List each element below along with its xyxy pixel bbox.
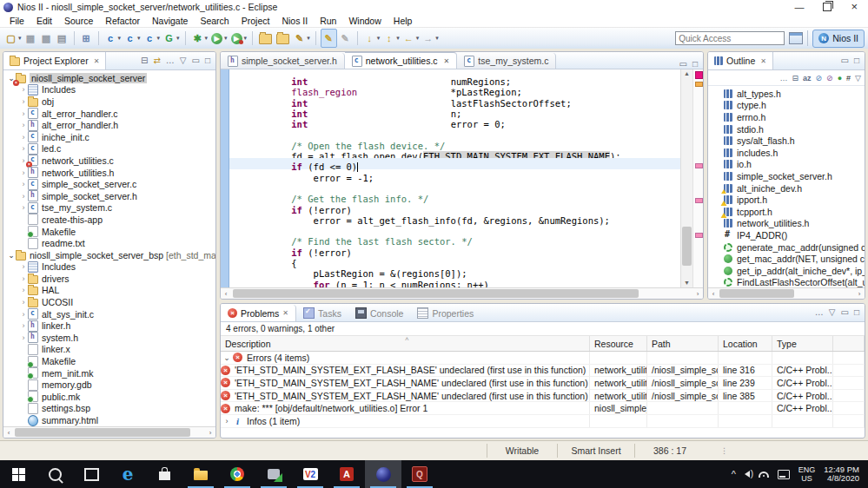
expanded-chevron-icon[interactable]: ⌄ (221, 353, 233, 362)
toolbar-print-button[interactable]: ▤ (55, 30, 70, 47)
code-line-current[interactable]: if (fd <= 0) (229, 158, 680, 168)
minimize-view-icon[interactable]: ▭ (841, 308, 849, 317)
tree-item-hal[interactable]: ›HAL (3, 285, 215, 297)
menu-item-edit[interactable]: Edit (30, 15, 58, 27)
outline-item-findlastflashsectoroffset-alt-u[interactable]: FindLastFlashSectorOffset(alt_u (708, 277, 865, 288)
toolbar-forward-button[interactable]: →▾ (421, 30, 440, 47)
taskbar-search-button[interactable] (36, 460, 73, 488)
toolbar-open-folder-1-button[interactable] (257, 30, 274, 47)
error-overview-marker[interactable] (695, 71, 703, 79)
toolbar-build-active-button[interactable]: G▾ (162, 30, 181, 47)
scroll-left-icon[interactable]: ‹ (221, 290, 231, 298)
column-header-type[interactable]: Type (772, 336, 833, 351)
code-line[interactable]: int error = 0; (229, 115, 680, 126)
overview-ruler[interactable] (692, 69, 703, 287)
quick-access-input[interactable] (675, 31, 785, 45)
close-button[interactable]: × (851, 3, 858, 11)
expanded-chevron-icon[interactable]: ⌄ (7, 251, 16, 260)
outline-item-alt-types-h[interactable]: alt_types.h (708, 88, 865, 100)
language-indicator[interactable]: ENG US (798, 465, 816, 483)
dropdown-arrow-icon[interactable]: ▾ (224, 35, 228, 42)
tree-item-linker-h[interactable]: ›linker.h (3, 320, 215, 332)
tree-item-memory-gdb[interactable]: memory.gdb (3, 379, 215, 391)
editor-tab-tse-my-system-c[interactable]: tse_my_system.c (457, 53, 556, 69)
nios-perspective-button[interactable]: N Nios II (812, 30, 865, 48)
maximize-view-icon[interactable]: □ (692, 60, 698, 69)
editor-tab-network-utilities-c[interactable]: network_utilities.c✕ (345, 52, 458, 69)
problem-row[interactable]: ×'ETH_STD_MAIN_SYSTEM_EXT_FLASH_NAME' un… (221, 390, 865, 403)
tree-item-simple-socket-server-c[interactable]: ›simple_socket_server.c (3, 178, 215, 190)
toolbar-build-all-button[interactable]: ⊞ (79, 30, 94, 47)
code-line[interactable]: × fd = alt_flash_open_dev(ETH_STD_MAIN_S… (229, 148, 680, 158)
column-header-description[interactable]: Description˄ (221, 336, 590, 351)
minimize-view-icon[interactable]: ▭ (192, 56, 200, 65)
tree-item-drivers[interactable]: ›drivers (3, 273, 215, 285)
collapsed-chevron-icon[interactable]: › (19, 121, 28, 129)
scroll-up-icon[interactable]: ▲ (684, 69, 690, 78)
outline-item-alt-iniche-dev-h[interactable]: alt_iniche_dev.h (708, 182, 865, 195)
collapsed-chevron-icon[interactable]: › (19, 97, 28, 106)
problem-group-errors-4-items[interactable]: ⌄×Errors (4 items) (221, 352, 865, 365)
outline-item-network-utilities-h[interactable]: network_utilities.h (708, 218, 865, 230)
scroll-down-icon[interactable]: ▼ (684, 279, 690, 287)
tab-properties[interactable]: Properties (410, 305, 480, 321)
minimize-view-icon[interactable]: ▭ (679, 60, 687, 69)
collapsed-chevron-icon[interactable]: › (19, 298, 28, 307)
taskbar-task-view-button[interactable] (73, 460, 109, 488)
collapse-all-icon[interactable]: ⊟ (792, 74, 798, 82)
code-line[interactable]: /* Get the flash info. */ (229, 190, 680, 201)
collapsed-chevron-icon[interactable]: › (19, 133, 28, 142)
notifications-icon[interactable] (778, 470, 790, 479)
hide-fields-icon[interactable]: ⊘ (816, 74, 823, 82)
column-header-resource[interactable]: Resource (590, 336, 647, 351)
code-line[interactable]: int numRegions; (229, 73, 680, 83)
toolbar-debug-button[interactable]: ✱▾ (190, 30, 209, 47)
dropdown-arrow-icon[interactable]: ▾ (137, 35, 141, 42)
problem-row[interactable]: ×make: *** [obj/default/network_utilitie… (221, 402, 865, 415)
collapsed-chevron-icon[interactable]: › (19, 274, 28, 283)
tab-console[interactable]: Console (348, 305, 411, 321)
outline-item-stdio-h[interactable]: stdio.h (708, 123, 865, 135)
outline-item-tcpport-h[interactable]: tcpport.h (708, 206, 865, 218)
tree-item-ucosii[interactable]: ›UCOSII (3, 296, 215, 308)
clock[interactable]: 12:49 PM 4/8/2020 (824, 465, 859, 483)
taskbar-vnc-viewer-button[interactable]: V2 (292, 460, 328, 488)
tab-problems[interactable]: Problems✕ (221, 305, 296, 321)
taskbar-edge-button[interactable]: e (109, 460, 146, 488)
tree-item-readme-txt[interactable]: readme.txt (3, 237, 215, 249)
dropdown-arrow-icon[interactable]: ▾ (118, 35, 122, 42)
tab-outline[interactable]: Outline ✕ (708, 52, 773, 69)
outline-item-generate-mac-addr-unsigned-c[interactable]: generate_mac_addr(unsigned c (708, 241, 865, 254)
tree-item-includes[interactable]: ›Includes (3, 84, 215, 96)
code-line[interactable]: { (229, 254, 680, 265)
open-perspective-icon[interactable] (789, 32, 803, 44)
problem-row[interactable]: ×'ETH_STD_MAIN_SYSTEM_EXT_FLASH_NAME' un… (221, 377, 865, 390)
taskbar-quartus-button[interactable]: Q (401, 460, 438, 488)
code-line[interactable] (229, 126, 680, 136)
dropdown-arrow-icon[interactable]: ▾ (435, 35, 439, 42)
toolbar-save-button[interactable]: ▦ (23, 30, 38, 47)
maximize-view-icon[interactable]: □ (205, 56, 210, 65)
menu-item-search[interactable]: Search (194, 15, 235, 27)
collapsed-chevron-icon[interactable]: › (19, 109, 28, 118)
close-view-icon[interactable]: ✕ (760, 57, 766, 65)
collapsed-chevron-icon[interactable]: › (19, 310, 28, 319)
outline-hscrollbar[interactable]: ‹ › (708, 287, 865, 299)
outline-item-get-mac-addr-net-unsigned-c[interactable]: get_mac_addr(NET, unsigned c (708, 253, 865, 265)
tab-project-explorer[interactable]: Project Explorer ✕ (3, 52, 106, 69)
menu-item-project[interactable]: Project (235, 15, 276, 27)
toolbar-new-source-file-button[interactable]: c▾ (142, 30, 162, 47)
collapse-all-icon[interactable]: ⊟ (141, 56, 148, 65)
menu-item-file[interactable]: File (3, 15, 30, 27)
view-menu-dots-icon[interactable]: … (779, 74, 787, 82)
outline-item-simple-socket-server-h[interactable]: simple_socket_server.h (708, 170, 865, 182)
scroll-right-icon[interactable]: › (692, 290, 703, 298)
hidden-icons-chevron-icon[interactable]: ^ (732, 469, 736, 479)
tree-item-linker-x[interactable]: linker.x (3, 344, 215, 356)
tree-item-tse-my-system-c[interactable]: ›tse_my_system.c (3, 202, 215, 214)
dropdown-arrow-icon[interactable]: ▾ (244, 35, 248, 42)
taskbar-chrome-button[interactable] (219, 460, 255, 488)
tree-item-public-mk[interactable]: public.mk (3, 391, 215, 403)
problem-group-infos-1-item[interactable]: ›iInfos (1 item) (221, 415, 865, 428)
menu-item-nios-ii[interactable]: Nios II (275, 15, 314, 27)
